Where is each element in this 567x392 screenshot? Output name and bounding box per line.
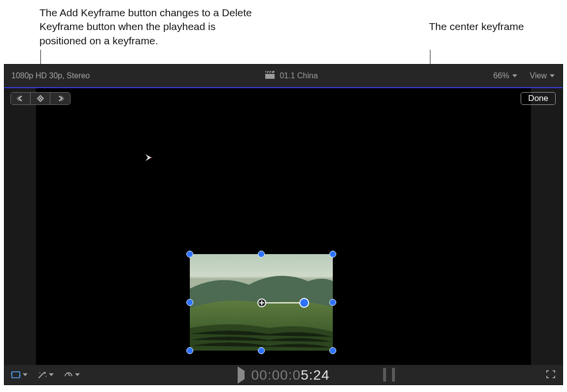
timecode-bright: 5:24 [301,367,330,383]
pip-clip[interactable] [190,254,333,351]
next-keyframe-button[interactable] [50,93,70,104]
chevron-down-icon [550,74,555,77]
view-label: View [530,71,547,80]
keyframe-nav-group [10,92,71,105]
callout-keyframe-button: The Add Keyframe button changes to a Del… [39,6,256,48]
viewer-bottom-bar: 00:00:05:24 [4,365,563,385]
svg-rect-0 [265,74,275,79]
svg-point-7 [45,376,46,377]
delete-keyframe-button[interactable] [31,93,50,104]
viewer-top-bar: 1080p HD 30p, Stereo 01.1 China 66% View [4,65,563,87]
clapperboard-icon [265,71,275,81]
view-menu[interactable]: View [530,71,555,80]
svg-rect-4 [11,373,12,374]
zoom-value: 66% [494,71,509,80]
handle-ml[interactable] [186,299,193,306]
handle-bc[interactable] [258,347,265,354]
done-button[interactable]: Done [521,92,556,105]
handle-tl[interactable] [186,251,193,258]
enhance-tool-menu[interactable] [37,370,54,379]
handle-tc[interactable] [258,251,265,258]
chevron-down-icon [512,74,517,77]
handle-br[interactable] [329,347,336,354]
chevron-down-icon [23,373,28,376]
zoom-menu[interactable]: 66% [494,71,517,80]
letterbox-right [531,88,563,365]
play-icon [238,366,245,384]
format-label: 1080p HD 30p, Stereo [11,71,90,80]
svg-rect-5 [19,375,21,376]
clip-title: 01.1 China [90,71,493,81]
callout-center-keyframe: The center keyframe [429,20,528,33]
audio-meter [383,368,395,382]
chevron-down-icon [75,373,80,376]
clip-name: 01.1 China [280,71,318,80]
rotation-handle[interactable] [299,298,309,308]
crop-tool-menu[interactable] [10,370,28,379]
viewer-window: 1080p HD 30p, Stereo 01.1 China 66% View [4,64,563,385]
anchor-point-handle[interactable] [257,298,266,307]
fullscreen-button[interactable] [546,370,556,380]
timecode-dim: 00:00:0 [251,367,301,383]
svg-point-6 [39,372,40,373]
retime-tool-menu[interactable] [64,370,80,379]
handle-mr[interactable] [329,299,336,306]
handle-bl[interactable] [186,347,193,354]
chevron-down-icon [49,373,54,376]
svg-rect-3 [12,372,20,378]
timecode-display: 00:00:05:24 [4,367,563,383]
rotation-arm[interactable] [261,302,304,303]
play-button[interactable] [238,371,245,379]
prev-keyframe-button[interactable] [11,93,31,104]
viewer-canvas[interactable]: Done [4,87,563,365]
handle-tr[interactable] [329,251,336,258]
letterbox-left [4,88,36,365]
